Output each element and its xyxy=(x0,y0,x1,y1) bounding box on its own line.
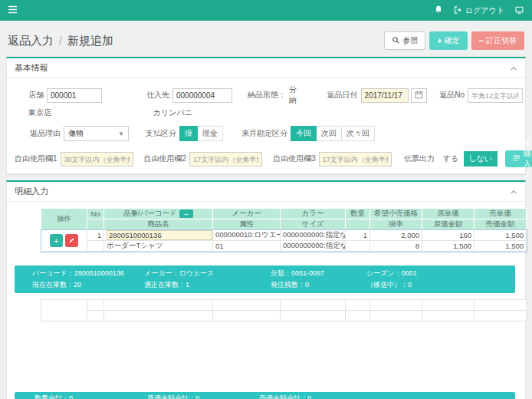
payment-type-label: 支払区分 xyxy=(146,128,176,139)
pencil-icon xyxy=(68,236,75,246)
info-in-transit: （移送中）：0 xyxy=(366,280,515,290)
calendar-button[interactable] xyxy=(411,88,428,103)
header-sell-amount: 売価金額 xyxy=(475,219,527,230)
row-quantity[interactable]: 1 xyxy=(346,230,370,241)
detail-input-button[interactable]: 明細入力 xyxy=(505,150,532,167)
row-quantity-sub xyxy=(346,241,370,252)
row-attribute: 01 xyxy=(213,241,281,252)
calendar-icon xyxy=(415,90,423,101)
info-season: シーズン：0001 xyxy=(366,269,515,279)
store-input[interactable] xyxy=(47,88,102,103)
account-option-this-time[interactable]: 今回 xyxy=(291,126,317,141)
free-field3-input[interactable] xyxy=(319,152,392,167)
bell-icon[interactable] xyxy=(434,5,443,16)
header-no: No xyxy=(87,209,104,219)
account-option-next-time[interactable]: 次回 xyxy=(317,126,342,141)
add-row-button[interactable]: + xyxy=(50,234,63,247)
breadcrumb: 返品入力/新規追加 xyxy=(8,34,113,48)
row-cost-amount: 1,500 xyxy=(422,241,475,252)
row-sell-amount: 1,500 xyxy=(475,241,527,252)
logout-label: ログアウト xyxy=(465,5,504,16)
delivery-form-label: 納品形態： xyxy=(248,90,286,101)
header-rate: 掛率 xyxy=(370,219,422,230)
row-item-code-cell: 選択 xyxy=(104,230,213,241)
slip-output-toggle: する しない xyxy=(438,151,498,167)
header-color: カラー xyxy=(281,209,346,219)
slip-output-label: 伝票出力 xyxy=(404,153,435,164)
info-barcode: バーコード：2800510000136 xyxy=(32,269,144,279)
free-field3-label: 自由使用欄3 xyxy=(273,153,316,164)
quantity-total: 数量合計：0 xyxy=(34,394,147,399)
free-field2-label: 自由使用欄2 xyxy=(144,153,187,164)
row-color: 0000000000:指定なし xyxy=(281,230,346,241)
logout-button[interactable]: ログアウト xyxy=(453,5,504,16)
row-cost-unit-price[interactable]: 160 xyxy=(422,230,475,241)
supplier-input[interactable] xyxy=(172,88,232,103)
menu-icon[interactable] xyxy=(8,5,18,15)
info-current-stock: 現在在庫数：20 xyxy=(32,280,144,290)
supplier-label: 仕入先 xyxy=(146,90,169,101)
empty-row xyxy=(41,300,527,322)
return-reason-label: 返品理由 xyxy=(30,128,61,139)
empty-operation-cell xyxy=(41,300,87,322)
row-rate[interactable]: 8 xyxy=(370,241,422,252)
store-label: 店舗 xyxy=(28,90,44,101)
delivery-form-value: 分納 xyxy=(289,84,304,106)
page-subtitle: 新規追加 xyxy=(67,34,113,47)
info-backorder: 発注残数：0 xyxy=(271,280,366,290)
free-field1-input[interactable] xyxy=(61,152,133,167)
return-reason-select[interactable]: 傷物 ▼ xyxy=(64,126,129,141)
reference-button[interactable]: 参照 xyxy=(384,31,425,50)
display-icon[interactable] xyxy=(514,5,524,16)
return-date-input[interactable] xyxy=(361,88,409,103)
header-quantity-sub xyxy=(346,219,370,230)
dropdown-caret-icon: ▼ xyxy=(118,130,124,137)
header-size: サイズ xyxy=(281,219,346,230)
edit-row-button[interactable] xyxy=(65,234,78,247)
account-period-toggle: 今回 次回 次々回 xyxy=(291,126,375,141)
collapse-icon[interactable] xyxy=(510,64,517,73)
account-period-label: 来月勘定区分 xyxy=(241,128,287,139)
header-sell-unit-price: 売単価 xyxy=(475,209,527,219)
row-sell-unit-price: 1,500 xyxy=(475,230,527,241)
account-option-time-after-next[interactable]: 次々回 xyxy=(342,126,375,141)
header-no-sub xyxy=(87,219,104,230)
item-code-input[interactable] xyxy=(107,230,212,240)
payment-option-cash[interactable]: 現金 xyxy=(198,126,223,141)
info-category: 分類：0051-0097 xyxy=(271,269,366,279)
plus-icon: + xyxy=(437,36,442,45)
row-size: 0000000000:指定なし xyxy=(281,241,346,252)
empty-detail-table xyxy=(41,299,527,322)
detail-row: + 1 選択 000000010:ロウエース 0000000000:指定なし 1… xyxy=(41,230,527,252)
operation-cell: + xyxy=(41,230,87,252)
sell-amount-total: 売価金額合計：0 xyxy=(259,394,515,399)
return-date-label: 返品日付 xyxy=(327,90,358,101)
collapse-icon[interactable] xyxy=(510,187,517,196)
header-item-code: 品番/バーコード↔ xyxy=(104,209,213,219)
store-name: 東京店 xyxy=(28,108,51,117)
basic-info-title: 基本情報 xyxy=(15,62,48,74)
confirm-button[interactable]: + 確定 xyxy=(429,31,467,50)
header-cost-unit-price: 原単価 xyxy=(422,209,475,219)
info-maker: メーカー：ロウエース xyxy=(144,269,271,279)
detail-panel: 明細入力 操作 No 品番/バーコード↔ メーカー カラー 数量 xyxy=(6,180,526,399)
totals-bar: 数量合計：0 原価金額合計：0 売価金額合計：0 xyxy=(15,392,515,399)
payment-option-credit[interactable]: 掛 xyxy=(179,126,198,141)
detail-title: 明細入力 xyxy=(15,186,48,197)
row-no: 1 xyxy=(87,230,104,241)
free-field1-label: 自由使用欄1 xyxy=(15,153,57,164)
detail-table: 操作 No 品番/バーコード↔ メーカー カラー 数量 希望小売価格 原単価 売… xyxy=(41,208,527,252)
slip-option-no[interactable]: しない xyxy=(464,151,498,167)
row-maker: 000000010:ロウエース xyxy=(213,230,281,241)
swap-horizontal-icon[interactable]: ↔ xyxy=(179,209,193,218)
row-retail-price: 2,000 xyxy=(370,230,422,241)
cost-amount-total: 原価金額合計：0 xyxy=(147,394,259,399)
free-field2-input[interactable] xyxy=(189,152,262,167)
return-no-input[interactable] xyxy=(468,88,523,103)
basic-info-panel: 基本情報 店舗 仕入先 納品形態： 分納 返品日付 返品No 東京店 xyxy=(6,57,526,174)
row-product-name: ボーダーTシャツ xyxy=(104,241,213,252)
slip-option-yes[interactable]: する xyxy=(438,151,464,167)
minus-icon: − xyxy=(479,36,484,45)
payment-type-toggle: 掛 現金 xyxy=(179,126,223,141)
correction-toggle-button[interactable]: − 訂正切替 xyxy=(471,31,524,50)
